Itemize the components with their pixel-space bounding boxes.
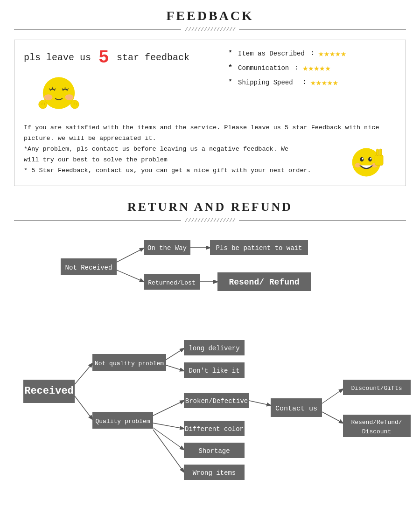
stars-shipping: ★★★★★ <box>310 76 338 88</box>
refund-divider-right <box>239 220 406 221</box>
feedback-body-line2: picture. we will be appreciated it. <box>24 133 396 144</box>
svg-point-22 <box>355 163 361 167</box>
rating-row-communication: * Communication : ★★★★★ <box>228 62 396 74</box>
not-received-flow: Not Received On the Way Pls be patient t… <box>23 235 415 303</box>
refund-title: RETURN AND REFUND <box>14 200 406 214</box>
svg-point-19 <box>368 157 372 161</box>
feedback-top: pls leave us 5 star feedback <box>24 48 396 116</box>
svg-point-1 <box>44 94 53 100</box>
svg-line-28 <box>117 248 144 262</box>
discount-gifts-label: Discount/Gifts <box>351 385 402 392</box>
feedback-body-line4: will try our best to solve the problem <box>24 155 396 166</box>
long-delivery-label: long delivery <box>189 345 239 352</box>
svg-rect-26 <box>379 149 382 155</box>
svg-point-21 <box>370 158 371 160</box>
stars-item: ★★★★★ <box>318 48 346 59</box>
broken-label: Broken/Defective <box>185 397 248 405</box>
feedback-ratings: * Item as Described : ★★★★★ * Communicat… <box>228 48 396 88</box>
rating-row-shipping: * Shipping Speed : ★★★★★ <box>228 76 396 88</box>
rating-row-item-described: * Item as Described : ★★★★★ <box>228 48 396 59</box>
wrong-items-label: Wrong items <box>193 469 236 477</box>
resend-refund-label: Resend/ Refund <box>229 278 299 287</box>
svg-line-51 <box>153 428 184 450</box>
feedback-box: pls leave us 5 star feedback <box>14 40 406 186</box>
svg-line-4 <box>52 87 53 89</box>
diff-color-label: Different color <box>185 425 244 433</box>
feedback-body-line1: If you are satisfied with the items and … <box>24 123 396 133</box>
svg-point-18 <box>360 157 364 161</box>
pls-patient-label: Pls be patient to wait <box>216 244 302 252</box>
svg-rect-24 <box>375 155 383 165</box>
smiley-face-sleeping <box>38 74 80 116</box>
refund-divider-zigzag: //////////////// <box>181 217 239 224</box>
svg-line-32 <box>117 270 144 282</box>
refund-divider: //////////////// <box>14 217 406 224</box>
svg-line-49 <box>153 423 184 429</box>
rating-label-communication: Communication <box>238 64 289 72</box>
feedback-section: FEEDBACK //////////////// pls leave us 5… <box>0 0 420 191</box>
svg-line-41 <box>166 348 184 360</box>
received-flow: Received Not quality problem long delive… <box>23 307 415 503</box>
refund-section: RETURN AND REFUND //////////////// Not R… <box>0 191 420 517</box>
feedback-body-line3: *Any problem, pls contact us before leav… <box>24 144 396 155</box>
stars-communication: ★★★★★ <box>302 62 330 74</box>
on-the-way-label: On the Way <box>147 244 187 252</box>
svg-line-53 <box>153 430 184 472</box>
svg-line-57 <box>322 389 343 403</box>
svg-line-43 <box>166 365 184 371</box>
big-number: 5 <box>98 48 109 68</box>
feedback-headline: pls leave us 5 star feedback <box>24 48 228 68</box>
refund-divider-left <box>14 220 181 221</box>
shortage-label: Shortage <box>198 447 230 455</box>
flow-diagram: Not Received On the Way Pls be patient t… <box>14 230 406 508</box>
headline-post: star feedback <box>117 52 189 63</box>
contact-us-label: Contact us <box>275 405 317 413</box>
divider-right <box>239 29 406 30</box>
received-label: Received <box>24 385 74 397</box>
divider: //////////////// <box>14 26 406 33</box>
svg-rect-25 <box>377 149 379 155</box>
svg-line-55 <box>249 401 271 405</box>
rating-label-shipping: Shipping Speed <box>238 79 293 86</box>
feedback-body-line5: * 5 Star Feedback, contact us, you can g… <box>24 166 396 176</box>
returned-lost-label: Returned/Lost <box>148 279 195 286</box>
svg-point-0 <box>43 77 75 109</box>
svg-text:Discount: Discount <box>362 428 391 435</box>
not-received-label: Not Received <box>65 264 112 271</box>
rating-label-item: Item as Described <box>238 50 305 57</box>
divider-zigzag: //////////////// <box>181 26 239 33</box>
dont-like-label: Don't like it <box>189 367 239 375</box>
svg-line-39 <box>75 363 92 384</box>
headline-pre: pls leave us <box>24 52 91 63</box>
svg-point-20 <box>362 158 363 160</box>
svg-line-45 <box>75 396 92 419</box>
feedback-title: FEEDBACK <box>14 8 406 23</box>
divider-left <box>14 29 181 30</box>
feedback-left: pls leave us 5 star feedback <box>24 48 228 116</box>
svg-line-59 <box>322 412 343 423</box>
svg-point-2 <box>65 94 74 100</box>
resend-refund-discount-label: Resend/Refund/ <box>351 419 402 426</box>
smiley-face-happy <box>350 144 387 181</box>
not-quality-label: Not quality problem <box>95 360 164 367</box>
svg-line-47 <box>153 401 184 416</box>
feedback-body: If you are satisfied with the items and … <box>24 123 396 176</box>
quality-problem-label: Quality problem <box>95 418 150 425</box>
